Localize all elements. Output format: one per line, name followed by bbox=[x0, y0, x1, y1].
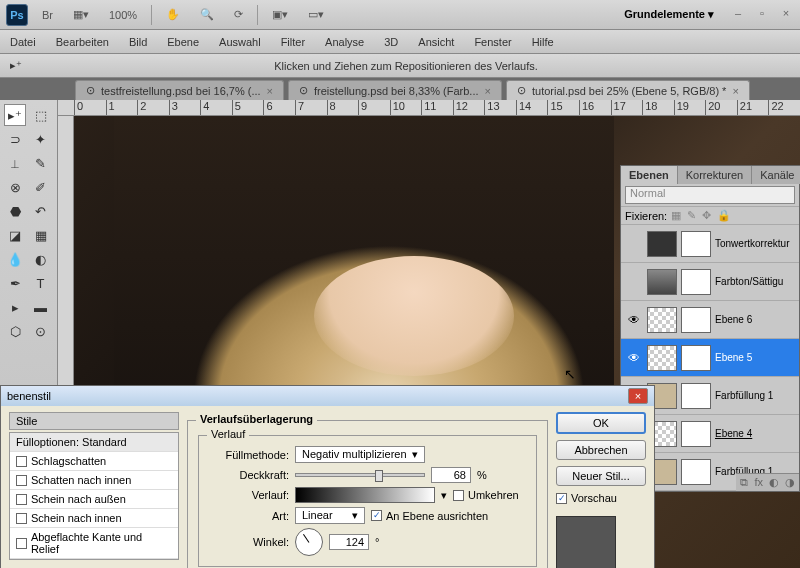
dodge-tool[interactable]: ◐ bbox=[30, 248, 52, 270]
path-tool[interactable]: ▸ bbox=[4, 296, 26, 318]
menu-hilfe[interactable]: Hilfe bbox=[532, 36, 554, 48]
minimize-icon[interactable]: – bbox=[730, 7, 746, 23]
close-icon[interactable]: × bbox=[778, 7, 794, 23]
doc-tab[interactable]: ⊙ testfreistellung.psd bei 16,7% (... × bbox=[75, 80, 284, 100]
menu-3d[interactable]: 3D bbox=[384, 36, 398, 48]
menu-datei[interactable]: Datei bbox=[10, 36, 36, 48]
history-brush-tool[interactable]: ↶ bbox=[30, 200, 52, 222]
layer-row[interactable]: Tonwertkorrektur bbox=[621, 225, 799, 263]
layer-mask[interactable] bbox=[681, 269, 711, 295]
layer-row[interactable]: 👁 Ebene 6 bbox=[621, 301, 799, 339]
layer-mask[interactable] bbox=[681, 421, 711, 447]
new-style-button[interactable]: Neuer Stil... bbox=[556, 466, 646, 486]
style-checkbox[interactable] bbox=[16, 538, 27, 549]
align-checkbox[interactable]: An Ebene ausrichten bbox=[371, 510, 488, 522]
menu-ansicht[interactable]: Ansicht bbox=[418, 36, 454, 48]
healing-tool[interactable]: ⊗ bbox=[4, 176, 26, 198]
layer-mask[interactable] bbox=[681, 231, 711, 257]
style-checkbox[interactable] bbox=[16, 456, 27, 467]
crop-tool[interactable]: ⟂ bbox=[4, 152, 26, 174]
layer-row-selected[interactable]: 👁 Ebene 5 bbox=[621, 339, 799, 377]
menu-auswahl[interactable]: Auswahl bbox=[219, 36, 261, 48]
visibility-toggle[interactable]: 👁 bbox=[625, 349, 643, 367]
layer-mask[interactable] bbox=[681, 307, 711, 333]
style-checkbox[interactable] bbox=[16, 494, 27, 505]
type-tool[interactable]: T bbox=[30, 272, 52, 294]
style-item[interactable]: Schatten nach innen bbox=[10, 471, 178, 490]
bridge-button[interactable]: Br bbox=[36, 7, 59, 23]
layer-thumb[interactable] bbox=[647, 345, 677, 371]
wand-tool[interactable]: ✦ bbox=[30, 128, 52, 150]
visibility-toggle[interactable]: 👁 bbox=[625, 311, 643, 329]
screen-mode-button[interactable]: ▭▾ bbox=[302, 6, 330, 23]
3d-tool[interactable]: ⬡ bbox=[4, 320, 26, 342]
dialog-title-bar[interactable]: benenstil × bbox=[1, 386, 654, 406]
lock-pixels-icon[interactable]: ✎ bbox=[687, 209, 696, 222]
zoom-level[interactable]: 100% bbox=[103, 7, 143, 23]
tab-close-icon[interactable]: × bbox=[267, 85, 273, 97]
workspace-switcher[interactable]: Grundelemente ▾ bbox=[616, 6, 722, 23]
layer-row[interactable]: Farbton/Sättigu bbox=[621, 263, 799, 301]
rotate-icon[interactable]: ⟳ bbox=[228, 6, 249, 23]
reverse-checkbox[interactable]: Umkehren bbox=[453, 489, 519, 501]
layer-thumb[interactable] bbox=[647, 307, 677, 333]
angle-dial[interactable] bbox=[295, 528, 323, 556]
3d-camera-tool[interactable]: ⊙ bbox=[30, 320, 52, 342]
angle-input[interactable]: 124 bbox=[329, 534, 369, 550]
marquee-tool[interactable]: ⬚ bbox=[30, 104, 52, 126]
style-checkbox[interactable] bbox=[16, 475, 27, 486]
zoom-icon[interactable]: 🔍 bbox=[194, 6, 220, 23]
tab-kanale[interactable]: Kanäle bbox=[752, 166, 800, 184]
lock-transparency-icon[interactable]: ▦ bbox=[671, 209, 681, 222]
gradient-picker[interactable] bbox=[295, 487, 435, 503]
layer-mask[interactable] bbox=[681, 459, 711, 485]
layer-thumb[interactable] bbox=[647, 231, 677, 257]
style-item[interactable]: Schein nach außen bbox=[10, 490, 178, 509]
visibility-toggle[interactable] bbox=[625, 273, 643, 291]
preview-checkbox[interactable]: Vorschau bbox=[556, 492, 646, 504]
style-checkbox[interactable] bbox=[16, 513, 27, 524]
blend-mode-select[interactable]: Normal bbox=[625, 186, 795, 204]
doc-tab[interactable]: ⊙ freistellung.psd bei 8,33% (Farb... × bbox=[288, 80, 502, 100]
lasso-tool[interactable]: ⊃ bbox=[4, 128, 26, 150]
hand-icon[interactable]: ✋ bbox=[160, 6, 186, 23]
menu-filter[interactable]: Filter bbox=[281, 36, 305, 48]
dialog-close-button[interactable]: × bbox=[628, 388, 648, 404]
shape-tool[interactable]: ▬ bbox=[30, 296, 52, 318]
ok-button[interactable]: OK bbox=[556, 412, 646, 434]
menu-ebene[interactable]: Ebene bbox=[167, 36, 199, 48]
brush-tool[interactable]: ✐ bbox=[30, 176, 52, 198]
pen-tool[interactable]: ✒ bbox=[4, 272, 26, 294]
menu-analyse[interactable]: Analyse bbox=[325, 36, 364, 48]
menu-bild[interactable]: Bild bbox=[129, 36, 147, 48]
stamp-tool[interactable]: ⬣ bbox=[4, 200, 26, 222]
move-tool[interactable]: ▸⁺ bbox=[4, 104, 26, 126]
blur-tool[interactable]: 💧 bbox=[4, 248, 26, 270]
menu-fenster[interactable]: Fenster bbox=[474, 36, 511, 48]
eraser-tool[interactable]: ◪ bbox=[4, 224, 26, 246]
history-button[interactable]: ▦▾ bbox=[67, 6, 95, 23]
opacity-slider[interactable] bbox=[295, 473, 425, 477]
tab-ebenen[interactable]: Ebenen bbox=[621, 166, 678, 184]
layer-thumb[interactable] bbox=[647, 269, 677, 295]
visibility-toggle[interactable] bbox=[625, 235, 643, 253]
fillmode-select[interactable]: Negativ multiplizieren▾ bbox=[295, 446, 425, 463]
styles-header[interactable]: Stile bbox=[9, 412, 179, 430]
lock-position-icon[interactable]: ✥ bbox=[702, 209, 711, 222]
cancel-button[interactable]: Abbrechen bbox=[556, 440, 646, 460]
slider-thumb[interactable] bbox=[375, 470, 383, 482]
layer-mask[interactable] bbox=[681, 345, 711, 371]
doc-tab-active[interactable]: ⊙ tutorial.psd bei 25% (Ebene 5, RGB/8) … bbox=[506, 80, 750, 100]
style-item[interactable]: Abgeflachte Kante und Relief bbox=[10, 528, 178, 559]
restore-icon[interactable]: ▫ bbox=[754, 7, 770, 23]
style-item[interactable]: Schein nach innen bbox=[10, 509, 178, 528]
mask-icon[interactable]: ◐ bbox=[769, 476, 779, 489]
chevron-down-icon[interactable]: ▾ bbox=[441, 489, 447, 502]
menu-bearbeiten[interactable]: Bearbeiten bbox=[56, 36, 109, 48]
layer-mask[interactable] bbox=[681, 383, 711, 409]
fill-options-item[interactable]: Fülloptionen: Standard bbox=[10, 433, 178, 452]
link-icon[interactable]: ⧉ bbox=[740, 476, 748, 489]
tab-korrekturen[interactable]: Korrekturen bbox=[678, 166, 752, 184]
tab-close-icon[interactable]: × bbox=[485, 85, 491, 97]
tab-close-icon[interactable]: × bbox=[732, 85, 738, 97]
